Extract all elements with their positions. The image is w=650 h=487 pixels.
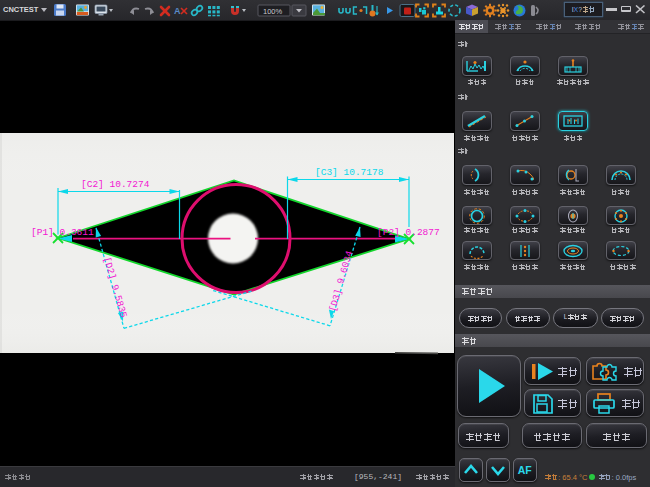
svg-text:[P1] 0.3611: [P1] 0.3611 bbox=[31, 227, 94, 238]
svg-text:[P2] 0.2877: [P2] 0.2877 bbox=[377, 227, 440, 238]
svg-text:100%: 100% bbox=[263, 7, 283, 16]
svg-text:[C3] 10.7178: [C3] 10.7178 bbox=[315, 167, 384, 178]
svg-text:[C2] 10.7274: [C2] 10.7274 bbox=[81, 179, 150, 190]
svg-text:A: A bbox=[174, 6, 181, 16]
